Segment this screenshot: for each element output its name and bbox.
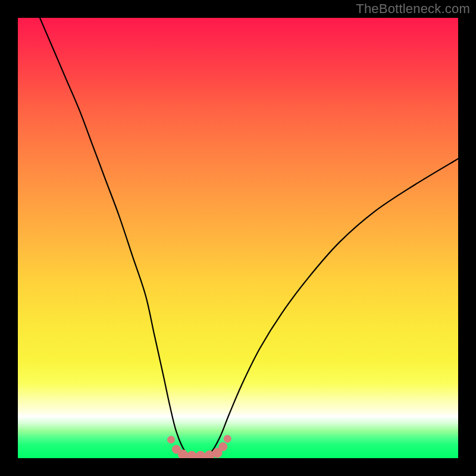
attribution-text: TheBottleneck.com bbox=[356, 1, 470, 17]
trough-marker bbox=[224, 435, 231, 442]
trough-marker bbox=[168, 436, 175, 443]
chart-svg bbox=[18, 18, 458, 458]
bottleneck-curve bbox=[40, 18, 458, 456]
trough-marker bbox=[196, 451, 205, 458]
plot-area bbox=[18, 18, 458, 458]
trough-marker bbox=[187, 451, 196, 458]
trough-markers bbox=[168, 435, 231, 458]
trough-marker bbox=[178, 450, 188, 458]
trough-marker bbox=[219, 443, 227, 451]
chart-frame: TheBottleneck.com bbox=[0, 0, 476, 476]
